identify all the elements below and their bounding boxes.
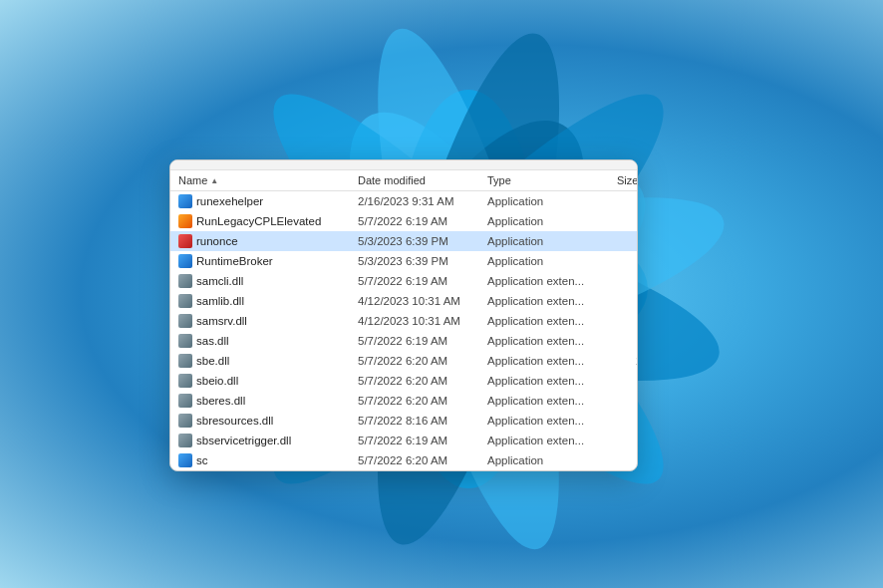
file-name-cell: samsrv.dll	[178, 314, 358, 328]
file-icon	[178, 374, 192, 388]
file-icon	[178, 294, 192, 308]
table-row[interactable]: samlib.dll 4/12/2023 10:31 AM Applicatio…	[170, 291, 637, 311]
file-name-cell: sbresources.dll	[178, 414, 358, 428]
file-name-text: sc	[196, 454, 208, 466]
file-name-text: runonce	[196, 235, 238, 247]
file-size: 96 KB	[617, 454, 637, 466]
file-type: Application exten...	[487, 315, 617, 327]
file-name-text: RunLegacyCPLElevated	[196, 215, 321, 227]
file-size: 48 KB	[617, 215, 637, 227]
file-size: 72 KB	[617, 395, 637, 407]
file-name-text: samcli.dll	[196, 275, 243, 287]
file-type: Application	[487, 235, 617, 247]
file-icon	[178, 354, 192, 368]
file-name-text: samsrv.dll	[196, 315, 247, 327]
file-size: 156 KB	[617, 295, 637, 307]
file-icon	[178, 254, 192, 268]
table-row[interactable]: sas.dll 5/7/2022 6:19 AM Application ext…	[170, 331, 637, 351]
file-name-cell: RunLegacyCPLElevated	[178, 214, 358, 228]
file-name-cell: sberes.dll	[178, 394, 358, 408]
explorer-window: Name ▲ Date modified Type Size runexehel…	[169, 159, 638, 471]
file-name-cell: sbeio.dll	[178, 374, 358, 388]
table-row[interactable]: runonce 5/3/2023 6:39 PM Application 112…	[170, 231, 637, 251]
col-header-name[interactable]: Name ▲	[178, 174, 358, 186]
table-row[interactable]: runexehelper 2/16/2023 9:31 AM Applicati…	[170, 191, 637, 211]
file-size: 96 KB	[617, 195, 637, 207]
col-size-label: Size	[617, 174, 638, 186]
file-type: Application exten...	[487, 375, 617, 387]
file-name-text: sas.dll	[196, 335, 229, 347]
table-row[interactable]: sberes.dll 5/7/2022 6:20 AM Application …	[170, 391, 637, 411]
file-type: Application	[487, 195, 617, 207]
file-size: 36 KB	[617, 335, 637, 347]
file-list: runexehelper 2/16/2023 9:31 AM Applicati…	[170, 191, 637, 470]
file-name-text: sbeio.dll	[196, 375, 238, 387]
file-type: Application	[487, 454, 617, 466]
file-type: Application exten...	[487, 395, 617, 407]
file-size: 208 KB	[617, 375, 637, 387]
file-type: Application exten...	[487, 355, 617, 367]
col-name-label: Name	[178, 174, 207, 186]
sort-arrow-icon: ▲	[210, 176, 218, 185]
table-row[interactable]: samsrv.dll 4/12/2023 10:31 AM Applicatio…	[170, 311, 637, 331]
file-date: 5/7/2022 6:20 AM	[358, 395, 487, 407]
file-size: 1,028 KB	[617, 355, 637, 367]
col-type-label: Type	[487, 174, 511, 186]
table-row[interactable]: sbresources.dll 5/7/2022 8:16 AM Applica…	[170, 411, 637, 431]
file-date: 5/7/2022 6:19 AM	[358, 435, 487, 446]
file-icon	[178, 453, 192, 467]
file-icon	[178, 334, 192, 348]
file-name-cell: sc	[178, 453, 358, 467]
table-row[interactable]: sbservicetrigger.dll 5/7/2022 6:19 AM Ap…	[170, 431, 637, 450]
file-date: 5/7/2022 6:19 AM	[358, 215, 487, 227]
file-icon	[178, 234, 192, 248]
file-date: 4/12/2023 10:31 AM	[358, 315, 487, 327]
file-type: Application exten...	[487, 335, 617, 347]
file-date: 5/7/2022 6:20 AM	[358, 454, 487, 466]
file-type: Application exten...	[487, 295, 617, 307]
file-icon	[178, 394, 192, 408]
file-icon	[178, 274, 192, 288]
file-name-text: samlib.dll	[196, 295, 244, 307]
table-row[interactable]: samcli.dll 5/7/2022 6:19 AM Application …	[170, 271, 637, 291]
col-header-size[interactable]: Size	[617, 174, 638, 186]
file-size: 46 KB	[617, 415, 637, 427]
file-name-text: sbservicetrigger.dll	[196, 435, 291, 446]
table-row[interactable]: RunLegacyCPLElevated 5/7/2022 6:19 AM Ap…	[170, 211, 637, 231]
title-bar	[170, 160, 637, 170]
file-name-text: sberes.dll	[196, 395, 245, 407]
file-name-cell: sbservicetrigger.dll	[178, 434, 358, 447]
file-type: Application	[487, 215, 617, 227]
file-date: 5/7/2022 6:20 AM	[358, 355, 487, 367]
file-date: 5/7/2022 6:19 AM	[358, 335, 487, 347]
file-name-cell: RuntimeBroker	[178, 254, 358, 268]
file-type: Application exten...	[487, 435, 617, 446]
table-row[interactable]: sbe.dll 5/7/2022 6:20 AM Application ext…	[170, 351, 637, 371]
file-name-text: sbresources.dll	[196, 415, 273, 427]
file-size: 131 KB	[617, 255, 637, 267]
col-header-type[interactable]: Type	[487, 174, 617, 186]
table-row[interactable]: sbeio.dll 5/7/2022 6:20 AM Application e…	[170, 371, 637, 391]
file-size: 40 KB	[617, 435, 637, 446]
file-date: 5/7/2022 6:20 AM	[358, 375, 487, 387]
file-type: Application exten...	[487, 275, 617, 287]
file-date: 5/3/2023 6:39 PM	[358, 235, 487, 247]
file-name-cell: runonce	[178, 234, 358, 248]
file-icon	[178, 414, 192, 428]
column-headers: Name ▲ Date modified Type Size	[170, 170, 637, 191]
file-size: 112 KB	[617, 235, 637, 247]
file-name-cell: sbe.dll	[178, 354, 358, 368]
file-date: 5/3/2023 6:39 PM	[358, 255, 487, 267]
file-icon	[178, 194, 192, 208]
file-name-cell: samcli.dll	[178, 274, 358, 288]
file-name-cell: sas.dll	[178, 334, 358, 348]
table-row[interactable]: sc 5/7/2022 6:20 AM Application 96 KB	[170, 450, 637, 470]
file-date: 5/7/2022 8:16 AM	[358, 415, 487, 427]
file-name-cell: samlib.dll	[178, 294, 358, 308]
file-name-text: RuntimeBroker	[196, 255, 273, 267]
table-row[interactable]: RuntimeBroker 5/3/2023 6:39 PM Applicati…	[170, 251, 637, 271]
file-icon	[178, 434, 192, 447]
col-header-date[interactable]: Date modified	[358, 174, 487, 186]
col-date-label: Date modified	[358, 174, 426, 186]
file-name-text: sbe.dll	[196, 355, 229, 367]
